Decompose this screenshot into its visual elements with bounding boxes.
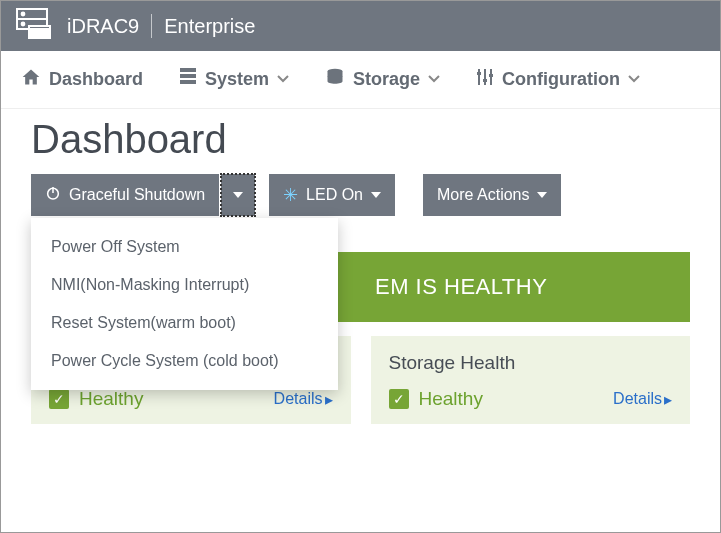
led-on-button[interactable]: ✳ LED On xyxy=(269,174,395,216)
graceful-shutdown-button[interactable]: Graceful Shutdown xyxy=(31,174,219,216)
more-actions-button[interactable]: More Actions xyxy=(423,174,561,216)
sliders-icon xyxy=(476,67,494,92)
chevron-down-icon xyxy=(277,69,289,90)
tab-configuration[interactable]: Configuration xyxy=(476,67,640,92)
shutdown-button-group: Graceful Shutdown xyxy=(31,174,255,216)
button-label: LED On xyxy=(306,186,363,204)
svg-rect-6 xyxy=(180,68,196,72)
svg-point-2 xyxy=(22,12,25,15)
drives-icon xyxy=(325,67,345,92)
check-icon: ✓ xyxy=(49,389,69,409)
page-title: Dashboard xyxy=(1,109,720,174)
svg-rect-8 xyxy=(180,80,196,84)
action-bar: Graceful Shutdown ✳ LED On More Actions … xyxy=(1,174,720,232)
chevron-down-icon xyxy=(628,69,640,90)
storage-health-card: Storage Health ✓ Healthy Details ▸ xyxy=(371,336,691,424)
brand-bar: iDRAC9 Enterprise xyxy=(1,1,720,51)
brand-tier: Enterprise xyxy=(164,15,255,38)
chevron-right-icon: ▸ xyxy=(664,390,672,409)
tab-dashboard[interactable]: Dashboard xyxy=(21,67,143,92)
caret-down-icon xyxy=(371,192,381,198)
chevron-right-icon: ▸ xyxy=(325,390,333,409)
svg-rect-15 xyxy=(489,74,493,77)
tab-label: System xyxy=(205,69,269,90)
brand-divider xyxy=(151,14,152,38)
status-badge: ✓ Healthy xyxy=(389,388,483,410)
tab-label: Configuration xyxy=(502,69,620,90)
button-label: More Actions xyxy=(437,186,529,204)
nav-tabs: Dashboard System Storage Configuration xyxy=(1,51,720,109)
check-icon: ✓ xyxy=(389,389,409,409)
brand-product: iDRAC9 xyxy=(67,15,139,38)
banner-text: EM IS HEALTHY xyxy=(375,274,547,300)
status-text: Healthy xyxy=(419,388,483,410)
power-icon xyxy=(45,185,61,205)
svg-rect-13 xyxy=(477,72,481,75)
button-label: Graceful Shutdown xyxy=(69,186,205,204)
menu-item-power-off[interactable]: Power Off System xyxy=(31,228,338,266)
svg-rect-5 xyxy=(29,26,50,29)
tab-storage[interactable]: Storage xyxy=(325,67,440,92)
status-badge: ✓ Healthy xyxy=(49,388,143,410)
caret-down-icon xyxy=(233,192,243,198)
server-icon xyxy=(15,7,55,46)
shutdown-dropdown: Power Off System NMI(Non-Masking Interru… xyxy=(31,218,338,390)
tab-system[interactable]: System xyxy=(179,67,289,92)
card-title: Storage Health xyxy=(389,352,673,374)
status-text: Healthy xyxy=(79,388,143,410)
tab-label: Storage xyxy=(353,69,420,90)
rack-icon xyxy=(179,67,197,92)
menu-item-reset[interactable]: Reset System(warm boot) xyxy=(31,304,338,342)
details-link[interactable]: Details ▸ xyxy=(274,390,333,409)
shutdown-menu-toggle[interactable] xyxy=(221,174,255,216)
svg-rect-14 xyxy=(483,79,487,82)
menu-item-nmi[interactable]: NMI(Non-Masking Interrupt) xyxy=(31,266,338,304)
svg-rect-7 xyxy=(180,74,196,78)
svg-point-3 xyxy=(22,22,25,25)
menu-item-power-cycle[interactable]: Power Cycle System (cold boot) xyxy=(31,342,338,380)
tab-label: Dashboard xyxy=(49,69,143,90)
home-icon xyxy=(21,67,41,92)
chevron-down-icon xyxy=(428,69,440,90)
led-icon: ✳ xyxy=(283,186,298,204)
caret-down-icon xyxy=(537,192,547,198)
details-link[interactable]: Details ▸ xyxy=(613,390,672,409)
